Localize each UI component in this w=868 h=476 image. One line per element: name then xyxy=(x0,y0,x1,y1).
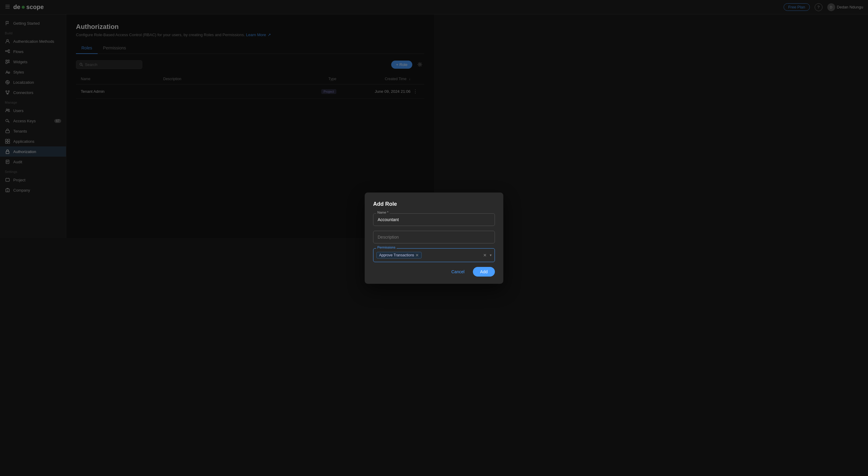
modal-overlay[interactable]: Add Role Name * Permissions Approve Tran… xyxy=(0,0,434,238)
modal-name-label: Name * xyxy=(376,211,390,214)
modal-name-field: Name * xyxy=(373,213,434,226)
modal-description-input[interactable] xyxy=(373,231,434,238)
add-role-modal: Add Role Name * Permissions Approve Tran… xyxy=(365,192,434,238)
modal-name-input[interactable] xyxy=(373,213,434,226)
modal-title: Add Role xyxy=(373,201,434,207)
modal-description-field xyxy=(373,231,434,238)
